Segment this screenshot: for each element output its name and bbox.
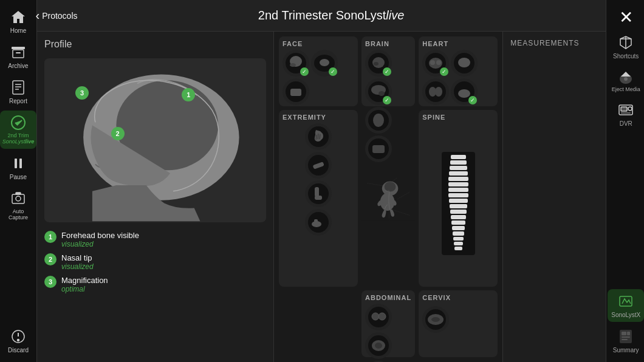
content-area: Profile (37, 32, 606, 362)
marker-1[interactable]: 1 (182, 88, 195, 101)
svg-rect-8 (15, 159, 17, 168)
checklist-num-3: 3 (44, 276, 57, 288)
cervix-thumb-1[interactable] (422, 306, 449, 333)
sidebar-item-shortcuts[interactable]: Shortcuts (608, 30, 644, 63)
heart-thumb-2[interactable] (451, 50, 478, 77)
heart-thumb-3[interactable] (422, 78, 449, 105)
svg-rect-116 (622, 332, 626, 335)
sidebar-item-report[interactable]: Report (0, 75, 36, 108)
face-thumb-2[interactable]: ✓ (311, 50, 338, 77)
svg-rect-9 (19, 159, 22, 168)
brain-thumb-2-check: ✓ (383, 96, 391, 104)
sidebar-item-ejectmedia[interactable]: Eject Media (608, 64, 644, 97)
extremity-thumb-hand[interactable] (305, 123, 332, 150)
checklist-text-3: Magnification optimal (61, 276, 108, 293)
abdominal-thumb-2[interactable] (365, 332, 392, 359)
face-thumb-3[interactable] (283, 78, 309, 105)
sidebar-item-discard[interactable]: Discard (0, 324, 36, 357)
fetus-svg (361, 110, 415, 287)
svg-rect-77 (449, 199, 468, 203)
abdominal-thumb-1[interactable] (365, 304, 392, 330)
checklist-sub-1: visualized (61, 240, 139, 248)
checklist-item-2: 2 Nasal tip visualized (44, 253, 266, 271)
sidebar-item-home[interactable]: Home (0, 5, 36, 38)
marker-3-num: 3 (80, 89, 84, 97)
checklist-sub-3: optimal (61, 285, 108, 293)
face-category[interactable]: FACE ✓ (279, 36, 358, 106)
profile-title: Profile (44, 39, 266, 50)
svg-rect-86 (454, 247, 462, 250)
svg-rect-74 (448, 182, 468, 186)
svg-rect-57 (314, 219, 318, 225)
svg-point-88 (372, 313, 379, 320)
svg-rect-70 (450, 160, 467, 165)
sidebar-item-pause[interactable]: Pause (0, 151, 36, 184)
sidebar-discard-label: Discard (8, 347, 29, 353)
spine-category[interactable]: SPINE (419, 110, 498, 287)
brain-title: BRAIN (365, 40, 411, 47)
svg-rect-24 (290, 89, 301, 96)
svg-rect-0 (12, 47, 25, 49)
fetus-center-diagram (361, 110, 415, 287)
svg-point-13 (18, 340, 19, 341)
protocol-area: FACE ✓ (274, 32, 606, 362)
svg-point-45 (458, 89, 470, 98)
marker-1-num: 1 (187, 91, 190, 98)
svg-rect-80 (451, 215, 466, 219)
checklist-text-2: Nasal tip visualized (61, 253, 94, 271)
back-button[interactable]: ‹ Protocols (47, 6, 66, 26)
checklist-text-1: Forehead bone visible visualized (61, 231, 139, 248)
extremity-thumb-arm[interactable] (305, 152, 332, 179)
dvr-label: DVR (620, 120, 632, 127)
sidebar-autocapture-label: Auto Capture (2, 209, 34, 221)
sidebar-item-archive[interactable]: Archive (0, 40, 36, 73)
svg-point-112 (628, 107, 632, 111)
marker-3[interactable]: 3 (75, 86, 89, 100)
face-title: FACE (283, 40, 354, 47)
face-thumb-2-check: ✓ (329, 67, 337, 76)
svg-point-108 (624, 77, 628, 81)
svg-rect-83 (453, 231, 464, 236)
marker-2[interactable]: 2 (111, 127, 125, 140)
sidebar-report-label: Report (9, 98, 27, 104)
extremity-category[interactable]: EXTREMITY (279, 110, 358, 287)
extremity-thumb-leg[interactable] (305, 180, 332, 207)
sidebar-item-sonolystx[interactable]: SonoLystX (608, 289, 644, 322)
sidebar-item-dvr[interactable]: DVR (608, 98, 644, 131)
brain-category[interactable]: BRAIN ✓ (361, 36, 415, 106)
svg-rect-1 (13, 50, 24, 58)
spine-visual (442, 152, 475, 255)
face-thumb-1[interactable]: ✓ (283, 50, 309, 77)
checklist-label-2: Nasal tip (61, 253, 94, 262)
svg-point-30 (379, 91, 385, 96)
close-button[interactable]: ✕ (614, 5, 638, 29)
cervix-category[interactable]: CERVIX (419, 290, 498, 357)
sonolystx-label: SonoLystX (611, 312, 640, 318)
heart-category[interactable]: HEART ✓ (419, 36, 498, 106)
svg-point-38 (436, 60, 441, 65)
sidebar-item-autocapture[interactable]: Auto Capture (0, 186, 36, 225)
brain-thumb-2[interactable]: ✓ (365, 78, 392, 105)
sidebar-home-label: Home (10, 27, 27, 34)
heart-thumb-4[interactable]: ✓ (451, 78, 478, 105)
ejectmedia-label: Eject Media (612, 87, 640, 93)
svg-point-11 (16, 196, 21, 201)
svg-rect-76 (448, 193, 468, 197)
abdominal-title: ABDOMINAL (365, 294, 411, 301)
svg-rect-78 (450, 204, 467, 208)
cervix-title: CERVIX (422, 294, 494, 301)
svg-rect-118 (622, 336, 630, 338)
abdominal-category[interactable]: ABDOMINAL (361, 290, 415, 357)
svg-rect-117 (627, 332, 630, 335)
profile-image: 1 2 3 (44, 58, 266, 222)
svg-rect-2 (16, 52, 21, 53)
sidebar-item-summary[interactable]: Summary (608, 324, 644, 357)
brain-thumb-1[interactable]: ✓ (365, 50, 392, 77)
back-icon: ‹ (35, 9, 39, 22)
page-title: 2nd Trimester SonoLystlive (66, 9, 596, 22)
sidebar-item-2ndtrim[interactable]: 2nd TrimSonoLystlive (0, 111, 36, 149)
extremity-thumb-foot[interactable] (305, 209, 332, 236)
marker-2-num: 2 (115, 130, 119, 137)
heart-thumb-1[interactable]: ✓ (422, 50, 449, 77)
top-bar: ‹ Protocols 2nd Trimester SonoLystlive (37, 0, 606, 32)
